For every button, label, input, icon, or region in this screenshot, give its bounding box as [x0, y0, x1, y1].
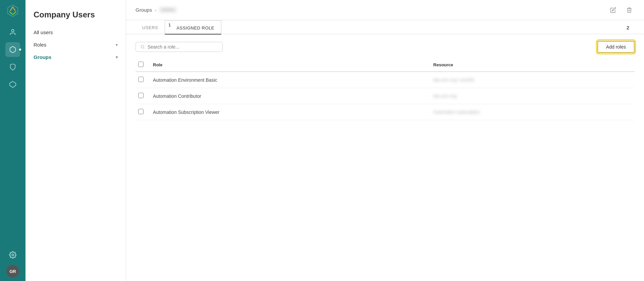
cube-nav-icon[interactable] [5, 42, 20, 57]
svg-marker-2 [10, 81, 16, 87]
roles-label: Roles [34, 42, 46, 48]
row-role-2: Automation Subscription Viewer [149, 104, 429, 120]
row-checkbox-cell [136, 104, 149, 120]
row-checkbox-0[interactable] [138, 77, 144, 82]
groups-chevron-icon: ▾ [116, 55, 118, 60]
hex-nav-icon[interactable] [5, 77, 20, 92]
search-box[interactable] [136, 42, 223, 52]
edit-button[interactable] [608, 5, 619, 15]
shield-nav-icon[interactable] [5, 60, 20, 74]
search-input[interactable] [148, 44, 218, 50]
toolbar-row: Add roles [136, 41, 635, 53]
roles-table: Role Resource Automation Environment Bas… [136, 58, 635, 120]
active-indicator [19, 49, 21, 51]
content-header: Groups › •••••••• [126, 0, 644, 20]
app-logo[interactable] [5, 3, 20, 18]
row-role-0: Automation Environment Basic [149, 72, 429, 88]
row-resource-0: dev-env-org / env001 [429, 72, 635, 88]
row-checkbox-1[interactable] [138, 93, 144, 98]
svg-point-4 [141, 45, 144, 48]
assigned-role-count: 2 [627, 25, 629, 30]
breadcrumb-current: •••••••• [159, 7, 176, 13]
groups-label: Groups [34, 54, 51, 60]
avatar[interactable]: GR [6, 265, 19, 278]
breadcrumb-parent: Groups [136, 7, 152, 13]
delete-button[interactable] [624, 5, 635, 15]
nav-item-roles[interactable]: Roles ▾ [25, 39, 126, 51]
tabs-row: USERS 1 ASSIGNED ROLE 2 [126, 20, 644, 34]
tab-assigned-role[interactable]: 1 ASSIGNED ROLE [165, 20, 221, 34]
header-role: Role [149, 58, 429, 72]
tab-users-label: USERS [142, 25, 158, 30]
breadcrumb-separator: › [155, 7, 156, 13]
row-role-1: Automation Contributor [149, 88, 429, 104]
row-checkbox-cell [136, 88, 149, 104]
all-users-label: All users [34, 29, 53, 35]
tab-assigned-role-label: ASSIGNED ROLE [176, 25, 214, 30]
table-area: Add roles Role Resource Automation Envir… [126, 34, 644, 281]
header-checkbox-col [136, 58, 149, 72]
header-actions [608, 5, 635, 15]
left-navigation: Company Users All users Roles ▾ Groups ▾ [25, 0, 126, 281]
row-resource-1: dev-env-org [429, 88, 635, 104]
bottom-nav: GR [5, 248, 20, 278]
search-icon [141, 45, 145, 49]
nav-item-groups[interactable]: Groups ▾ [25, 51, 126, 63]
roles-chevron-icon: ▾ [116, 43, 118, 47]
users-nav-icon[interactable] [5, 25, 20, 40]
header-resource: Resource [429, 58, 635, 72]
nav-item-all-users[interactable]: All users [25, 26, 126, 39]
svg-point-1 [11, 29, 14, 32]
main-content: Groups › •••••••• [126, 0, 644, 281]
svg-point-3 [12, 254, 14, 256]
table-row: Automation Environment Basic dev-env-org… [136, 72, 635, 88]
table-header-row: Role Resource [136, 58, 635, 72]
breadcrumb: Groups › •••••••• [136, 7, 177, 13]
icon-sidebar: GR [0, 0, 25, 281]
add-roles-button[interactable]: Add roles [597, 41, 635, 53]
table-row: Automation Subscription Viewer Automatio… [136, 104, 635, 120]
row-checkbox-2[interactable] [138, 109, 144, 114]
page-title: Company Users [25, 7, 126, 26]
row-checkbox-cell [136, 72, 149, 88]
table-row: Automation Contributor dev-env-org [136, 88, 635, 104]
row-resource-2: Automation subscription [429, 104, 635, 120]
settings-nav-icon[interactable] [5, 248, 20, 262]
tab-count-badge: 1 [168, 23, 171, 27]
select-all-checkbox[interactable] [138, 62, 144, 67]
tab-users[interactable]: USERS [136, 20, 165, 34]
